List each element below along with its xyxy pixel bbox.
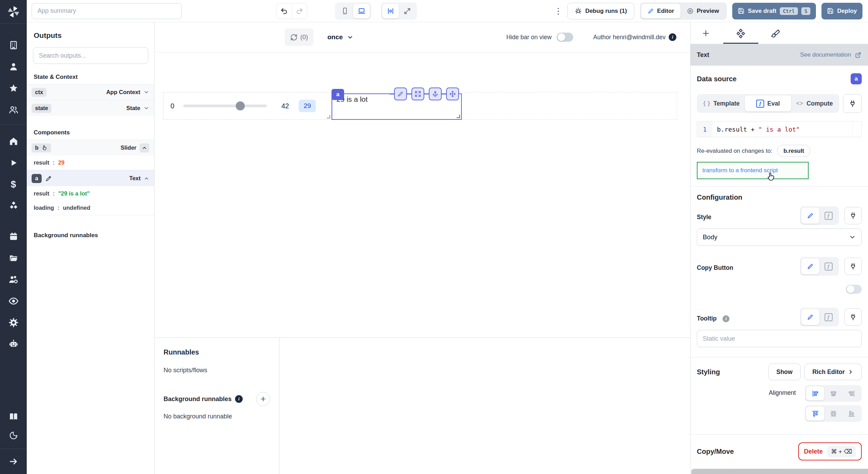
user-icon[interactable]: [6, 59, 21, 74]
align-right-button[interactable]: [842, 386, 860, 400]
resources-cubes-icon[interactable]: [6, 198, 21, 214]
star-icon[interactable]: [6, 81, 21, 96]
docs-book-icon[interactable]: [6, 409, 21, 424]
static-mode-button[interactable]: [801, 309, 819, 325]
workspace-icon[interactable]: [6, 38, 21, 53]
text-component-selected[interactable]: a 29 is a lot: [332, 93, 462, 120]
tooltip-input[interactable]: [697, 330, 862, 347]
align-bottom-button[interactable]: [842, 407, 860, 421]
collapse-toggle[interactable]: [140, 143, 149, 152]
pencil-icon[interactable]: [45, 175, 52, 182]
desktop-view-button[interactable]: [353, 4, 370, 18]
resize-handle[interactable]: [457, 115, 460, 118]
refresh-button[interactable]: (0): [285, 28, 314, 46]
copy-button-toggle[interactable]: [846, 285, 862, 294]
folders-icon[interactable]: [6, 250, 21, 266]
eval-mode-button[interactable]: f: [819, 309, 837, 325]
windmill-logo[interactable]: [0, 0, 27, 24]
preview-label: Preview: [697, 8, 719, 15]
component-row-b[interactable]: b Slider: [27, 140, 154, 156]
tab-component-settings[interactable]: [734, 27, 747, 40]
mode-compute-tab[interactable]: <> Compute: [791, 95, 838, 111]
groups-admin-icon[interactable]: [6, 272, 21, 287]
style-select[interactable]: Body: [697, 228, 862, 246]
tab-theme-styling[interactable]: [769, 27, 782, 40]
schedules-calendar-icon[interactable]: [6, 229, 21, 244]
align-left-button[interactable]: [806, 386, 824, 400]
background-runnables-title: Background runnables: [164, 396, 232, 403]
mode-template-tab[interactable]: { } Template: [698, 95, 745, 111]
move-component-button[interactable]: [446, 88, 459, 100]
resize-handle[interactable]: [327, 115, 330, 118]
audit-eye-icon[interactable]: [6, 293, 21, 309]
expand-sidebar-arrow-icon[interactable]: [6, 454, 21, 469]
state-context-title: State & Context: [34, 74, 147, 81]
see-documentation-link[interactable]: See documentation: [800, 51, 862, 59]
deploy-button[interactable]: Deploy: [821, 3, 862, 19]
chevron-up-icon[interactable]: [144, 176, 149, 181]
chevron-down-icon: [849, 234, 856, 241]
more-menu-kebab-icon[interactable]: ⋮: [554, 6, 562, 16]
tab-insert-component[interactable]: [700, 27, 712, 40]
align-top-button[interactable]: [806, 407, 824, 421]
settings-gear-icon[interactable]: [6, 315, 21, 330]
eval-mode-button[interactable]: f: [819, 208, 837, 224]
ai-robot-icon[interactable]: [6, 336, 21, 352]
show-styling-button[interactable]: Show: [768, 364, 801, 380]
slider-component[interactable]: 0 42 29: [163, 92, 332, 120]
expand-component-button[interactable]: [411, 88, 424, 100]
transform-to-frontend-script-link[interactable]: transform to a frontend script: [697, 162, 809, 179]
canvas-grid[interactable]: 0 42 29 a 29 is a lot: [155, 52, 690, 338]
component-row-a[interactable]: a Text: [27, 170, 154, 186]
static-mode-button[interactable]: [801, 258, 819, 274]
tab-editor[interactable]: Editor: [641, 4, 681, 18]
variables-dollar-icon[interactable]: $: [6, 177, 21, 192]
home-icon[interactable]: [6, 134, 21, 149]
connect-plug-button[interactable]: [843, 94, 862, 113]
rich-editor-button[interactable]: Rich Editor: [804, 364, 862, 380]
connect-plug-button[interactable]: [844, 308, 862, 326]
anchor-component-button[interactable]: [429, 88, 442, 100]
tooltip-info-icon[interactable]: i: [723, 315, 729, 322]
connect-plug-button[interactable]: [844, 258, 862, 275]
hide-bar-toggle[interactable]: [557, 33, 573, 42]
search-outputs-input[interactable]: [33, 47, 148, 64]
eval-mode-button[interactable]: f: [819, 258, 837, 274]
horizontal-scrollbar[interactable]: [691, 469, 868, 474]
align-middle-button[interactable]: [824, 407, 842, 421]
author-info-icon[interactable]: i: [669, 33, 676, 41]
tab-preview[interactable]: Preview: [681, 4, 725, 18]
runs-play-icon[interactable]: [6, 155, 21, 171]
edit-component-button[interactable]: [394, 88, 407, 100]
eval-code-editor[interactable]: 1 b.result + " is a lot": [697, 121, 862, 137]
dependency-pill[interactable]: b.result: [777, 145, 810, 157]
align-center-horizontal-button[interactable]: [824, 386, 842, 400]
schedule-dropdown[interactable]: once: [327, 28, 353, 46]
plug-icon: [849, 313, 857, 321]
slider-track[interactable]: [183, 101, 267, 110]
users-icon[interactable]: [6, 102, 21, 117]
info-icon[interactable]: i: [235, 395, 243, 403]
fullscreen-button[interactable]: [399, 4, 416, 18]
ctx-row[interactable]: ctx App Context: [27, 84, 154, 100]
mode-eval-tab[interactable]: f Eval: [745, 95, 791, 111]
chevron-up-icon: [142, 145, 147, 151]
component-id-badge: a: [851, 73, 862, 84]
debug-runs-button[interactable]: Debug runs (1): [567, 3, 634, 19]
connect-plug-button[interactable]: [844, 207, 862, 224]
component-diamonds-icon: [736, 29, 745, 38]
data-source-title: Data source: [697, 75, 737, 83]
schedule-value: once: [327, 33, 343, 41]
dark-mode-moon-icon[interactable]: [6, 428, 21, 443]
mobile-view-button[interactable]: [336, 4, 353, 18]
static-mode-button[interactable]: [801, 208, 819, 224]
add-background-runnable-button[interactable]: [256, 392, 270, 406]
center-spacing-button[interactable]: [382, 4, 399, 18]
save-draft-button[interactable]: Save draft Ctrl S: [732, 3, 816, 19]
delete-component-button[interactable]: Delete ⌘ + ⌫: [798, 442, 862, 460]
app-summary-input[interactable]: [32, 3, 182, 19]
slider-handle[interactable]: [236, 101, 245, 110]
undo-button[interactable]: [276, 3, 292, 19]
state-row[interactable]: state State: [27, 100, 154, 116]
redo-button[interactable]: [292, 3, 307, 19]
